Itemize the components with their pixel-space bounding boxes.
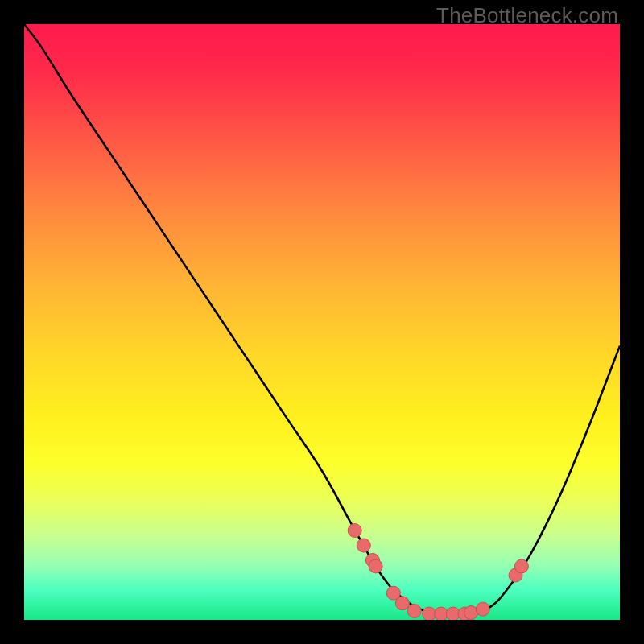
plot-area (24, 24, 620, 620)
marker-dot (514, 559, 528, 573)
chart-svg (24, 24, 620, 620)
highlighted-markers (348, 524, 528, 621)
marker-dot (395, 597, 409, 610)
curve-path (24, 24, 620, 615)
chart-frame: TheBottleneck.com (0, 0, 644, 644)
bottleneck-curve-line (24, 24, 620, 615)
marker-dot (407, 604, 421, 617)
marker-dot (476, 602, 489, 616)
marker-dot (348, 524, 361, 538)
marker-dot (369, 559, 382, 573)
marker-dot (357, 539, 370, 552)
